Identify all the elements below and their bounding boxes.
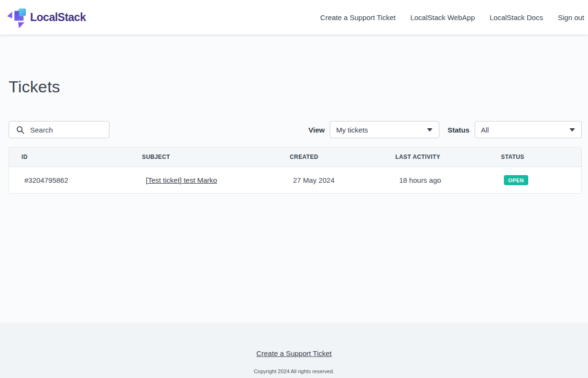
main-content: Tickets View My tickets Status All: [0, 34, 588, 322]
nav-localstack-webapp[interactable]: LocalStack WebApp: [410, 13, 475, 22]
filter-row: View My tickets Status All: [9, 121, 582, 138]
search-box[interactable]: [9, 121, 109, 138]
search-icon: [16, 125, 25, 134]
page-footer: Create a Support Ticket Copyright 2024 A…: [0, 322, 588, 378]
status-filter-group: Status All: [447, 121, 582, 138]
header-nav: Create a Support Ticket LocalStack WebAp…: [320, 13, 584, 22]
column-header-status: STATUS: [489, 154, 581, 160]
chevron-down-icon: [569, 128, 575, 132]
search-input[interactable]: [30, 126, 102, 134]
localstack-logo-icon: [7, 6, 27, 29]
view-label: View: [308, 126, 325, 134]
status-label: Status: [447, 126, 469, 134]
page-title: Tickets: [9, 34, 582, 96]
nav-sign-out[interactable]: Sign out: [558, 13, 584, 22]
view-filter-group: View My tickets: [308, 121, 439, 138]
top-header: LocalStack Create a Support Ticket Local…: [0, 0, 588, 34]
column-header-subject: SUBJECT: [130, 154, 277, 160]
brand-name: LocalStack: [30, 11, 86, 24]
ticket-id: #3204795862: [9, 176, 130, 184]
table-row: #3204795862 [Test ticket] test Marko 27 …: [9, 167, 581, 193]
column-header-created: CREATED: [277, 154, 383, 160]
nav-create-support-ticket[interactable]: Create a Support Ticket: [320, 13, 396, 22]
ticket-last-activity: 18 hours ago: [383, 176, 489, 184]
status-select-value: All: [481, 126, 489, 134]
ticket-subject-link[interactable]: [Test ticket] test Marko: [146, 176, 217, 184]
copyright-text: Copyright 2024 All rights reserved.: [254, 368, 334, 374]
nav-localstack-docs[interactable]: LocalStack Docs: [490, 13, 543, 22]
status-select[interactable]: All: [475, 121, 582, 138]
ticket-created: 27 May 2024: [277, 176, 383, 184]
table-header-row: ID SUBJECT CREATED LAST ACTIVITY STATUS: [9, 147, 581, 167]
chevron-down-icon: [427, 128, 433, 132]
status-badge: OPEN: [504, 175, 528, 185]
view-select-value: My tickets: [336, 126, 368, 134]
localstack-logo[interactable]: LocalStack: [7, 6, 86, 29]
footer-create-support-ticket-link[interactable]: Create a Support Ticket: [256, 349, 332, 357]
tickets-table: ID SUBJECT CREATED LAST ACTIVITY STATUS …: [9, 147, 582, 194]
column-header-last-activity: LAST ACTIVITY: [383, 154, 489, 160]
column-header-id: ID: [9, 154, 130, 160]
view-select[interactable]: My tickets: [330, 121, 439, 138]
